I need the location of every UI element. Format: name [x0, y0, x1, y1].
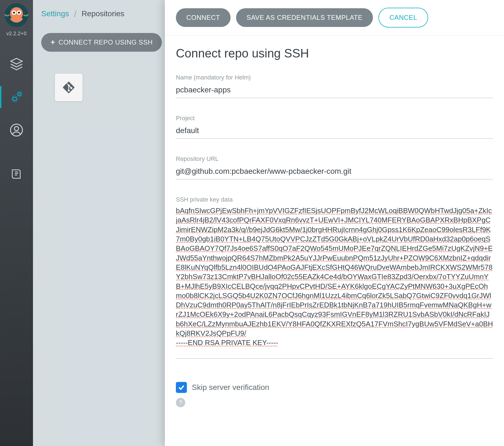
repo-url-field-label: Repository URL [176, 155, 493, 163]
panel-title: Connect repo using SSH [176, 46, 493, 60]
breadcrumb-current: Repositories [82, 9, 124, 18]
layers-icon [10, 57, 23, 71]
save-credentials-template-button[interactable]: SAVE AS CREDENTIALS TEMPLATE [236, 8, 373, 27]
name-field-label: Name (mandatory for Helm) [176, 74, 493, 81]
name-field[interactable] [176, 83, 493, 98]
git-icon [62, 81, 76, 94]
ssh-key-field-label: SSH private key data [176, 196, 493, 203]
connect-repo-ssh-button-label: CONNECT REPO USING SSH [59, 38, 153, 46]
connect-button[interactable]: CONNECT [176, 8, 231, 27]
svg-point-10 [14, 126, 18, 131]
svg-point-8 [18, 93, 21, 95]
user-icon [9, 123, 24, 137]
connect-repo-ssh-button[interactable]: + CONNECT REPO USING SSH [41, 33, 162, 52]
sidebar-item-docs[interactable] [0, 158, 33, 191]
book-icon [10, 168, 23, 180]
ssh-key-field[interactable] [176, 205, 493, 359]
breadcrumb-separator: / [74, 9, 76, 19]
svg-point-3 [13, 12, 15, 13]
app-logo: v2.2.2+0 [4, 0, 29, 37]
svg-marker-6 [11, 58, 22, 64]
project-field-label: Project [176, 115, 493, 122]
sidebar-item-settings[interactable] [0, 81, 33, 114]
sidebar-item-user[interactable] [0, 114, 33, 147]
connect-repo-panel: CONNECT SAVE AS CREDENTIALS TEMPLATE CAN… [165, 0, 504, 446]
project-field[interactable] [176, 123, 493, 139]
sidebar-item-applications[interactable] [0, 48, 33, 81]
app-version: v2.2.2+0 [4, 31, 29, 37]
panel-header: CONNECT SAVE AS CREDENTIALS TEMPLATE CAN… [165, 0, 504, 35]
gears-icon [9, 90, 24, 104]
plus-icon: + [51, 38, 55, 47]
check-icon [178, 384, 185, 391]
svg-point-7 [13, 97, 17, 101]
help-icon[interactable]: ? [176, 398, 185, 407]
sidebar: v2.2.2+0 [0, 0, 33, 446]
svg-point-5 [18, 12, 20, 13]
repo-url-field[interactable] [176, 164, 493, 180]
cancel-button[interactable]: CANCEL [378, 8, 428, 27]
skip-server-verification-label: Skip server verification [192, 383, 269, 392]
skip-server-verification-checkbox[interactable] [176, 382, 187, 393]
breadcrumb-settings-link[interactable]: Settings [41, 9, 69, 18]
repo-card-placeholder [55, 74, 82, 101]
breadcrumb: Settings / Repositories [41, 9, 124, 19]
